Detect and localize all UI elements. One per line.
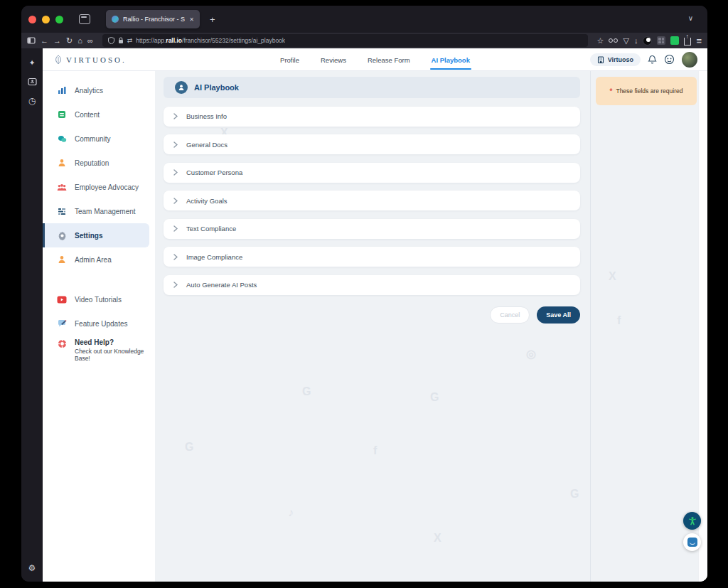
save-all-button[interactable]: Save All [537,306,580,324]
extension-mask-icon[interactable] [609,38,618,43]
building-icon [597,56,604,63]
section-auto-generate-ai-posts[interactable]: Auto Generate AI Posts [164,275,580,295]
watermark-google-icon: G [302,385,311,398]
extension-infinity-icon[interactable]: ∞ [87,37,93,45]
watermark-facebook-icon: f [617,314,621,327]
chevron-right-icon [173,169,178,176]
menu-icon[interactable]: ≡ [696,36,702,46]
app-sidebar: Analytics Content Community Reputat [43,71,155,582]
accessibility-person-icon [687,516,697,526]
tab-close-icon[interactable]: ✕ [189,16,194,23]
home-button[interactable]: ⌂ [77,37,82,45]
downloads-icon[interactable]: ↓ [634,37,638,45]
lock-icon[interactable] [118,37,124,44]
share-icon[interactable] [684,38,691,46]
extension-dark-circle-icon[interactable] [643,36,652,46]
sidebar-item-admin-area[interactable]: Admin Area [43,247,155,272]
sidebar-item-settings[interactable]: Settings [43,223,149,247]
forward-button[interactable]: → [53,37,61,45]
tab-profile[interactable]: Profile [279,49,301,70]
bookmark-star-icon[interactable]: ☆ [597,37,604,45]
help-subtitle: Check out our Knowledge Base! [75,348,155,362]
section-image-compliance[interactable]: Image Compliance [164,247,580,267]
app-header: Virtuoso. Profile Reviews Release Form A… [43,48,707,71]
section-customer-persona[interactable]: Customer Persona [164,163,580,183]
extension-green-icon[interactable] [670,36,679,45]
accessibility-widget-button[interactable] [683,512,701,530]
sidebar-item-community[interactable]: Community [43,127,155,151]
sidebar-item-analytics[interactable]: Analytics [43,78,155,102]
sidebar-item-reputation[interactable]: Reputation [43,151,155,175]
url-bar[interactable]: ⇄ https://app.rall.io/franchisor/55232/s… [102,34,588,47]
content-icon [57,109,67,119]
tab-ai-playbook[interactable]: AI Playbook [430,49,471,70]
tab-favicon-icon [112,16,119,23]
back-button[interactable]: ← [41,37,48,45]
watermark-tiktok-icon: ♪ [288,506,294,519]
history-clock-icon[interactable]: ◷ [28,96,36,106]
sidebar-item-label: Settings [75,232,102,240]
tab-list-chevron-icon[interactable]: ∨ [688,14,693,22]
help-title: Need Help? [75,338,155,346]
cancel-button[interactable]: Cancel [490,306,530,324]
section-business-info[interactable]: Business Info [164,107,580,127]
sidebar-settings-gear-icon[interactable]: ⚙ [28,563,36,573]
employee-advocacy-icon [57,182,67,192]
ai-sparkle-icon[interactable]: ✦ [28,58,35,68]
account-label: Virtuoso [608,56,633,63]
required-asterisk-icon: * [610,87,613,95]
sidebar-item-employee-advocacy[interactable]: Employee Advocacy [43,175,155,199]
browser-toolbar: ← → ↻ ⌂ ∞ ⇄ https://app.rall.io/franchis… [21,33,707,48]
tab-strip: Rallio - Franchisor - Settings ✕ + ∨ [21,6,707,33]
url-text: https://app.rall.io/franchisor/55232/set… [136,37,285,44]
window-zoom-button[interactable] [55,16,63,23]
shield-icon[interactable] [108,37,114,44]
help-text: Need Help? Check out our Knowledge Base! [75,338,155,362]
chevron-right-icon [173,225,178,232]
required-fields-notice: * These fields are required [596,77,697,105]
settings-gear-icon [57,230,67,240]
reputation-icon [57,158,67,168]
watermark-google-icon: G [430,391,439,404]
sidebar-link-need-help[interactable]: Need Help? Check out our Knowledge Base! [43,336,155,367]
tab-title: Rallio - Franchisor - Settings [123,16,185,23]
sidebar-link-video-tutorials[interactable]: Video Tutorials [43,287,155,311]
section-text-compliance[interactable]: Text Compliance [164,219,580,239]
extension-grid-icon[interactable] [657,36,665,45]
synced-tabs-icon[interactable] [28,77,37,86]
window-close-button[interactable] [28,16,36,23]
chevron-right-icon [173,254,178,260]
section-activity-goals[interactable]: Activity Goals [164,191,580,210]
notifications-bell-icon[interactable] [648,55,657,65]
sidebar-link-feature-updates[interactable]: Feature Updates [43,311,155,336]
tab-reviews[interactable]: Reviews [319,49,348,70]
sidebar-item-label: Team Management [75,208,136,215]
chevron-right-icon [173,141,178,148]
section-general-docs[interactable]: General Docs [164,134,580,154]
window-minimize-button[interactable] [42,16,50,23]
pocket-icon[interactable]: ▽ [623,37,628,45]
watermark-google-icon: G [185,441,193,454]
sidebar-item-label: Admin Area [75,256,112,264]
chat-widget-button[interactable] [683,533,701,551]
sidebar-toggle-icon[interactable] [27,36,36,45]
support-face-icon[interactable] [664,54,675,65]
new-tab-button[interactable]: + [210,14,215,25]
sidebar-item-team-management[interactable]: Team Management [43,199,155,223]
sidebar-item-content[interactable]: Content [43,102,155,127]
sidebar-item-label: Analytics [75,87,103,95]
sidebar-link-label: Video Tutorials [75,296,122,304]
community-icon [57,134,67,144]
tab-release-form[interactable]: Release Form [366,49,412,70]
chevron-right-icon [173,282,178,288]
page-scrollbar[interactable] [698,71,707,582]
required-notice-text: These fields are required [616,87,682,95]
firefox-view-icon[interactable] [79,14,90,24]
sidebar-link-label: Feature Updates [75,320,128,328]
reload-button[interactable]: ↻ [66,37,73,45]
translate-icon[interactable]: ⇄ [127,38,133,44]
main-content: AI Playbook Business Info General Docs [164,77,580,324]
browser-tab[interactable]: Rallio - Franchisor - Settings ✕ [106,10,200,28]
user-avatar[interactable] [682,52,697,68]
account-selector[interactable]: Virtuoso [590,53,641,66]
